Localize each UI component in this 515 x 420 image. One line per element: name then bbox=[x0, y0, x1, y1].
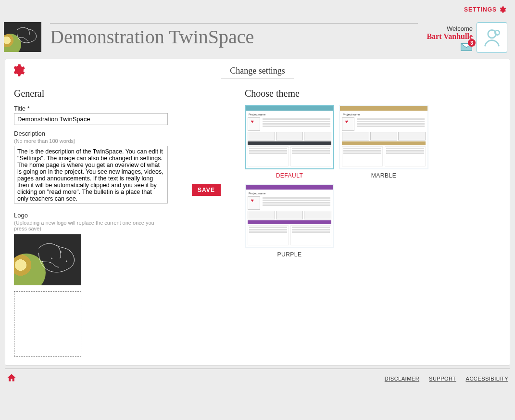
user-icon bbox=[481, 27, 502, 48]
description-field-label: Description bbox=[14, 130, 168, 137]
title-input[interactable] bbox=[14, 113, 168, 125]
home-link[interactable] bbox=[7, 373, 16, 384]
theme-option-marble[interactable]: Project nameMARBLE bbox=[339, 105, 428, 179]
description-textarea[interactable] bbox=[14, 146, 168, 204]
svg-point-1 bbox=[495, 30, 499, 35]
theme-option-purple[interactable]: Project namePURPLE bbox=[245, 184, 334, 258]
theme-label: DEFAULT bbox=[245, 172, 334, 179]
username: Bart Vanhulle bbox=[427, 32, 473, 41]
project-logo-thumbnail bbox=[4, 22, 41, 52]
logo-hint: (Uploading a new logo will replace the c… bbox=[14, 220, 168, 231]
settings-label: SETTINGS bbox=[464, 6, 497, 13]
gear-icon bbox=[499, 6, 506, 13]
svg-point-3 bbox=[51, 258, 52, 259]
current-logo-preview bbox=[14, 234, 81, 285]
theme-label: MARBLE bbox=[339, 172, 428, 179]
logo-upload-dropzone[interactable] bbox=[14, 291, 81, 356]
title-field-label: Title * bbox=[14, 105, 168, 112]
svg-point-4 bbox=[66, 261, 67, 262]
footer-link-accessibility[interactable]: ACCESSIBILITY bbox=[466, 376, 508, 382]
home-icon bbox=[7, 373, 16, 382]
save-button[interactable]: SAVE bbox=[192, 184, 221, 196]
avatar[interactable] bbox=[477, 22, 507, 53]
general-heading: General bbox=[14, 88, 168, 99]
svg-point-2 bbox=[61, 252, 62, 253]
themes-heading: Choose theme bbox=[245, 88, 501, 99]
theme-label: PURPLE bbox=[245, 251, 334, 258]
welcome-label: Welcome bbox=[427, 25, 473, 32]
page-title: Demonstration TwinSpace bbox=[50, 23, 418, 47]
footer-link-support[interactable]: SUPPORT bbox=[429, 376, 456, 382]
description-hint: (No more than 100 words) bbox=[14, 138, 168, 144]
theme-option-default[interactable]: Project nameDEFAULT bbox=[245, 105, 334, 179]
footer-link-disclaimer[interactable]: DISCLAIMER bbox=[385, 376, 419, 382]
notification-badge: 3 bbox=[468, 39, 476, 47]
logo-field-label: Logo bbox=[14, 212, 168, 219]
panel-title: Change settings bbox=[221, 66, 294, 78]
messages-link[interactable]: 3 bbox=[460, 43, 473, 53]
settings-link[interactable]: SETTINGS bbox=[464, 6, 506, 13]
